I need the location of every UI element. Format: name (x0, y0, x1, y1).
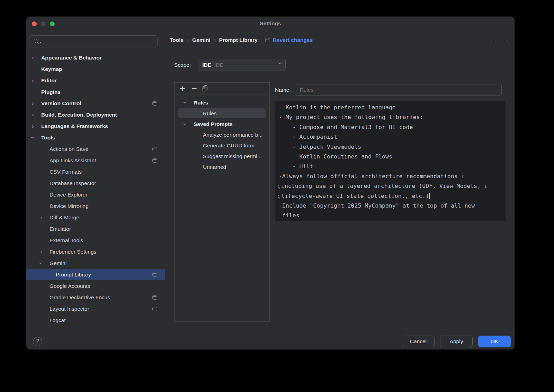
sidebar-item-prompt-library[interactable]: Prompt Library (26, 269, 165, 280)
prompt-item-suggest-missing-permi[interactable]: Suggest missing permi... (175, 151, 269, 162)
prompt-item-rules[interactable]: Rules (175, 108, 269, 119)
ok-button[interactable]: OK (478, 336, 511, 347)
prompt-item-generate-crud-form[interactable]: Generate CRUD form (175, 140, 269, 151)
breadcrumb-separator: › (187, 37, 189, 43)
editor-line: - Compose and Material3 for UI code (279, 122, 506, 132)
sidebar-item-app-links-assistant[interactable]: App Links Assistant (26, 155, 165, 166)
breadcrumb-item-tools[interactable]: Tools (170, 37, 184, 43)
editor-line: - Kotlin is the preferred language (279, 103, 506, 112)
sidebar-item-logcat[interactable]: Logcat (26, 314, 165, 326)
sidebar-item-label: Gemini (50, 260, 66, 266)
scope-value: IDE (214, 62, 223, 68)
sidebar-item-csv-formats[interactable]: CSV Formats (26, 166, 165, 177)
sidebar-item-plugins[interactable]: Plugins (26, 86, 165, 98)
sidebar-item-tools[interactable]: ›Tools (26, 132, 165, 143)
sidebar-item-label: Layout Inspector (50, 306, 89, 312)
chevron-right-icon[interactable]: › (32, 55, 41, 61)
chevron-right-icon[interactable]: › (32, 123, 41, 129)
sidebar-item-label: Google Accounts (50, 283, 90, 289)
soft-wrap-icon: ς (277, 181, 281, 191)
chevron-down-icon[interactable]: › (184, 100, 194, 106)
breadcrumb: Tools›Gemini›Prompt Library Revert chang… (170, 37, 313, 43)
chevron-right-icon[interactable]: › (40, 215, 50, 220)
sidebar-item-label: Gradle Declarative Focus (50, 294, 110, 301)
cancel-button[interactable]: Cancel (402, 336, 435, 347)
prompt-name-input[interactable] (296, 84, 502, 96)
sidebar-item-version-control[interactable]: ›Version Control (26, 98, 165, 109)
text-cursor (429, 193, 430, 199)
sidebar-item-device-explorer[interactable]: Device Explorer (26, 189, 165, 200)
sidebar-item-label: Emulator (50, 226, 71, 232)
back-arrow-icon[interactable]: ← (490, 36, 497, 44)
add-icon[interactable]: + (179, 85, 186, 92)
search-history-caret-icon[interactable]: ▾ (40, 41, 42, 44)
revert-changes[interactable]: Revert changes (265, 37, 313, 43)
sidebar-item-label: App Links Assistant (50, 157, 96, 164)
editor-line-text: - Accompanist (279, 134, 337, 140)
sidebar-item-label: Plugins (41, 89, 61, 95)
sidebar-item-google-accounts[interactable]: Google Accounts (26, 280, 165, 292)
sidebar-item-gemini[interactable]: ›Gemini (26, 257, 165, 269)
chevron-down-icon[interactable]: › (40, 260, 50, 266)
sidebar-item-emulator[interactable]: Emulator (26, 223, 165, 235)
forward-arrow-icon[interactable]: → (502, 36, 509, 44)
sidebar-item-external-tools[interactable]: External Tools (26, 235, 165, 246)
prompt-group-label: Saved Prompts (194, 121, 233, 127)
chevron-down-icon: › (277, 63, 284, 64)
copy-icon[interactable] (203, 85, 208, 91)
screen-icon (152, 101, 157, 106)
window-title: Settings (26, 20, 515, 27)
prompt-item-label: Suggest missing permi... (203, 153, 262, 159)
sidebar-item-gradle-declarative-focus[interactable]: Gradle Declarative Focus (26, 292, 165, 303)
sidebar-item-firebender-settings[interactable]: ›Firebender Settings (26, 246, 165, 257)
sidebar-item-languages-frameworks[interactable]: ›Languages & Frameworks (26, 120, 165, 132)
section-divider (172, 75, 506, 75)
chevron-right-icon[interactable]: › (32, 100, 41, 106)
sidebar-item-database-inspector[interactable]: Database Inspector (26, 177, 165, 189)
sidebar-item-label: Actions on Save (50, 146, 88, 152)
sidebar-item-label: Build, Execution, Deployment (41, 112, 117, 118)
search-input[interactable]: ▾ (29, 35, 158, 47)
sidebar-item-appearance-behavior[interactable]: ›Appearance & Behavior (26, 52, 165, 63)
editor-line: - Jetpack Viewmodels (279, 142, 506, 152)
selection-highlight (178, 108, 266, 118)
sidebar-item-layout-inspector[interactable]: Layout Inspector (26, 303, 165, 314)
titlebar[interactable]: Settings (26, 17, 515, 31)
sidebar-item-editor[interactable]: ›Editor (26, 75, 165, 86)
sidebar-item-label: Editor (41, 78, 57, 84)
sidebar-item-build-execution-deployment[interactable]: ›Build, Execution, Deployment (26, 109, 165, 120)
prompt-item-unnamed[interactable]: Unnamed (175, 162, 269, 172)
chevron-down-icon[interactable]: › (32, 135, 41, 140)
breadcrumb-item-prompt-library[interactable]: Prompt Library (219, 37, 258, 43)
scope-dropdown[interactable]: IDE IDE › (198, 59, 286, 71)
sidebar-item-label: Languages & Frameworks (41, 123, 108, 129)
prompt-text-editor[interactable]: - Kotlin is the preferred language- My p… (275, 101, 506, 221)
editor-line: - Accompanist (279, 132, 506, 142)
remove-icon[interactable]: − (191, 85, 197, 92)
breadcrumb-item-gemini[interactable]: Gemini (192, 37, 211, 43)
prompt-group-saved-prompts[interactable]: ›Saved Prompts (175, 119, 269, 129)
chevron-right-icon[interactable]: › (40, 249, 50, 255)
editor-line-text: including use of a layered architecture … (281, 183, 484, 189)
prompt-group-rules[interactable]: ›Rules (175, 97, 269, 108)
editor-line: ςincluding use of a layered architecture… (279, 181, 506, 191)
editor-line: - Hilt (279, 162, 506, 171)
editor-line-text: -Always follow official architecture rec… (279, 173, 461, 180)
sidebar-item-label: Database Inspector (50, 180, 96, 186)
prompt-item-analyze-performance-b[interactable]: Analyze performance b... (175, 129, 269, 140)
sidebar-item-keymap[interactable]: Keymap (26, 63, 165, 75)
revert-changes-link[interactable]: Revert changes (273, 37, 313, 43)
prompt-item-label: Unnamed (203, 164, 226, 170)
sidebar-item-label: Tools (41, 135, 55, 141)
search-icon (33, 38, 39, 45)
chevron-right-icon[interactable]: › (32, 78, 41, 83)
sidebar-item-actions-on-save[interactable]: Actions on Save (26, 143, 165, 155)
help-button[interactable]: ? (33, 337, 42, 346)
apply-button[interactable]: Apply (440, 336, 473, 347)
screen-icon (152, 295, 157, 300)
chevron-down-icon[interactable]: › (184, 121, 194, 127)
sidebar-item-label: Logcat (50, 317, 66, 323)
sidebar-item-diff-merge[interactable]: ›Diff & Merge (26, 212, 165, 223)
chevron-right-icon[interactable]: › (32, 112, 41, 118)
sidebar-item-device-mirroring[interactable]: Device Mirroring (26, 200, 165, 212)
